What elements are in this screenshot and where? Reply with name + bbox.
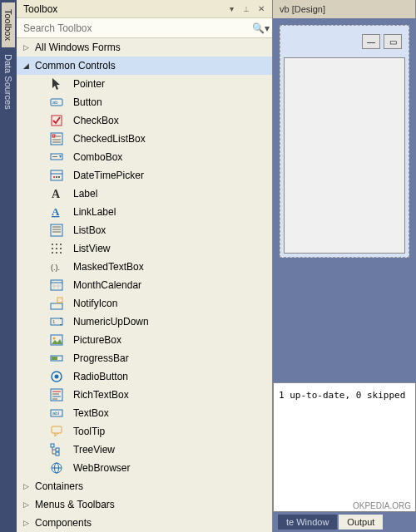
toolbox-item[interactable]: ListView [17,239,272,258]
item-label: ToolTip [72,426,105,437]
button-icon [48,96,65,109]
close-icon[interactable]: ✕ [254,2,269,17]
webbrowser-icon [48,461,65,475]
item-label: CheckBox [72,115,119,126]
item-label: TextBox [72,407,109,419]
side-tab-data-sources[interactable]: Data Sources [2,47,15,116]
item-label: ListBox [72,224,106,236]
search-row: 🔍▾ [17,18,272,38]
toolbox-group[interactable]: Common Controls [17,57,272,75]
toolbox-group[interactable]: Menus & Toolbars [17,495,272,514]
numericupdown-icon [48,315,65,328]
chevron-right-icon[interactable] [23,519,33,527]
group-label: All Windows Forms [33,42,121,53]
toolbox-item[interactable]: Pointer [17,75,272,93]
dropdown-icon[interactable]: ▾ [224,2,239,17]
pointer-icon [48,77,65,91]
toolbox-item[interactable]: PictureBox [17,331,272,349]
toolbox-item[interactable]: ComboBox [17,148,272,166]
watermark: OKPEDIA.ORG [353,501,411,510]
toolbox-group[interactable]: Components [17,514,272,532]
item-label: MaskedTextBox [72,261,144,273]
tab-output[interactable]: Output [339,515,383,530]
item-label: ProgressBar [72,352,129,364]
toolbox-item[interactable]: TextBox [17,404,272,422]
toolbox-item[interactable]: DateTimePicker [17,166,272,185]
item-label: RadioButton [72,371,128,382]
item-label: TreeView [72,444,115,456]
form-window-buttons: — ▭ [362,34,402,49]
listview-icon [48,242,65,255]
notifyicon-icon [48,297,65,310]
linklabel-icon [48,205,65,219]
toolbox-tree[interactable]: All Windows FormsCommon ControlsPointerB… [17,38,272,532]
search-input[interactable] [17,22,249,34]
radiobutton-icon [48,370,65,383]
toolbox-item[interactable]: NumericUpDown [17,313,272,331]
checkedlistbox-icon [48,132,65,145]
document-tab[interactable]: vb [Design] [273,0,416,18]
toolbox-item[interactable]: CheckBox [17,111,272,130]
datetimepicker-icon [48,169,65,182]
item-label: Pointer [72,78,105,90]
item-label: PictureBox [72,334,121,346]
maximize-icon[interactable]: ▭ [384,34,402,49]
chevron-right-icon[interactable] [23,500,33,509]
side-tab-toolbox[interactable]: Toolbox [2,2,15,47]
group-label: Containers [33,480,83,492]
item-label: ComboBox [72,151,122,163]
listbox-icon [48,224,65,237]
form-canvas[interactable] [284,57,405,254]
toolbox-item[interactable]: ProgressBar [17,349,272,367]
toolbox-item[interactable]: ToolTip [17,422,272,441]
group-label: Menus & Toolbars [33,499,115,510]
minimize-icon[interactable]: — [362,34,380,49]
item-label: CheckedListBox [72,133,146,145]
chevron-right-icon[interactable] [23,43,33,52]
group-label: Components [33,517,92,529]
monthcalendar-icon [48,278,65,292]
toolbox-item[interactable]: Button [17,93,272,111]
toolbox-panel: Toolbox ▾ ⟂ ✕ 🔍▾ All Windows FormsCommon… [17,0,273,532]
item-label: LinkLabel [72,206,116,218]
design-surface[interactable]: — ▭ [280,25,409,258]
toolbox-item[interactable]: Label [17,185,272,203]
toolbox-item[interactable]: MonthCalendar [17,276,272,294]
item-label: NotifyIcon [72,298,117,309]
toolbox-item[interactable]: RadioButton [17,367,272,386]
item-label: ListView [72,243,110,254]
toolbox-group[interactable]: All Windows Forms [17,38,272,57]
picturebox-icon [48,333,65,347]
toolbox-item[interactable]: WebBrowser [17,459,272,477]
tooltip-icon [48,425,65,438]
item-label: Button [72,96,102,108]
toolbox-group[interactable]: Containers [17,477,272,495]
toolbox-item[interactable]: ListBox [17,221,272,239]
toolbox-item[interactable]: LinkLabel [17,203,272,221]
chevron-right-icon[interactable] [23,482,33,490]
treeview-icon [48,443,65,456]
toolbox-item[interactable]: NotifyIcon [17,294,272,313]
toolbox-item[interactable]: RichTextBox [17,386,272,404]
textbox-icon [48,406,65,420]
item-label: RichTextBox [72,389,129,401]
search-icon[interactable]: 🔍▾ [249,22,272,34]
tab-immediate-window[interactable]: te Window [278,515,337,530]
group-label: Common Controls [33,60,116,71]
item-label: Label [72,188,97,200]
pin-icon[interactable]: ⟂ [239,2,254,17]
item-label: NumericUpDown [72,316,149,328]
item-label: DateTimePicker [72,170,144,181]
toolbox-item[interactable]: TreeView [17,441,272,459]
toolbox-item[interactable]: MaskedTextBox [17,258,272,276]
chevron-down-icon[interactable] [23,62,33,70]
maskedtextbox-icon [48,260,65,273]
combobox-icon [48,150,65,164]
label-icon [48,187,65,200]
progressbar-icon [48,352,65,365]
output-panel: 1 up-to-date, 0 skipped [273,382,416,512]
item-label: WebBrowser [72,462,130,474]
toolbox-item[interactable]: CheckedListBox [17,130,272,148]
side-tab-strip: Toolbox Data Sources [0,0,17,532]
panel-title: Toolbox [23,3,224,15]
